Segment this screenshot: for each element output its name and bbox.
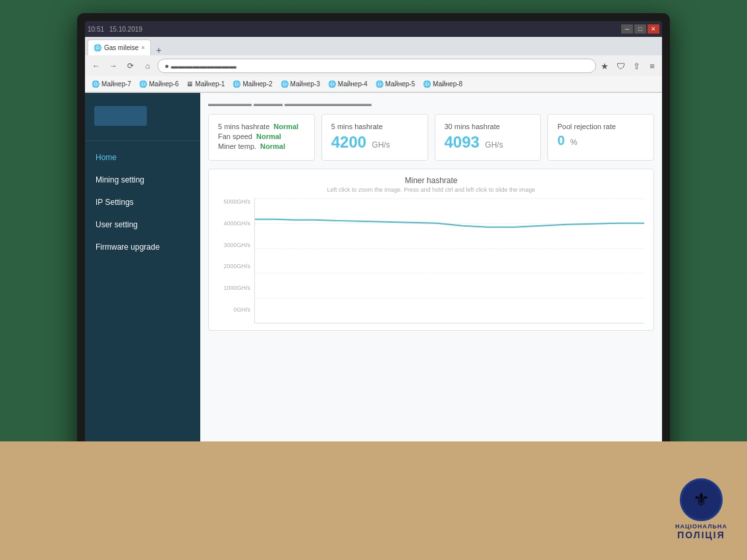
bookmark-label-7: Майнер-7 <box>101 80 131 88</box>
yaxis-1000: 1000GH/s <box>223 285 250 291</box>
stat-pool-unit: % <box>570 138 578 147</box>
titlebar-controls: ─ □ ✕ <box>621 24 659 34</box>
bookmark-icon-6: 🌐 <box>139 80 147 88</box>
browser-tab-active[interactable]: 🌐 Gas mileise × <box>88 40 151 55</box>
sidebar-item-user[interactable]: User setting <box>85 213 200 236</box>
refresh-button[interactable]: ⟳ <box>123 59 138 73</box>
minimize-button[interactable]: ─ <box>621 24 633 34</box>
bookmark-label-8: Майнер-8 <box>433 80 462 88</box>
police-badge-container: ⚜ НАЦІОНАЛЬНА ПОЛІЦІЯ <box>675 478 727 540</box>
stat-30min-unit: GH/s <box>485 140 503 150</box>
bookmark-icon-5: 🌐 <box>375 80 383 88</box>
chart-yaxis: 5000GH/s 4000GH/s 3000GH/s 2000GH/s 1000… <box>218 198 254 323</box>
bookmark-icon-2: 🌐 <box>233 80 240 88</box>
main-panel: ▬▬▬▬▬▬ ▬▬▬▬ ▬▬▬▬▬▬▬▬▬▬▬▬ 5 mins hashrate… <box>200 93 662 466</box>
yaxis-2000: 2000GH/s <box>223 263 250 269</box>
bookmarks-bar: 🌐 Майнер-7 🌐 Майнер-6 🖥 Майнер-1 🌐 <box>85 76 662 92</box>
page-header: ▬▬▬▬▬▬ ▬▬▬▬ ▬▬▬▬▬▬▬▬▬▬▬▬ <box>208 99 654 107</box>
bookmark-label-1: Майнер-1 <box>195 80 225 88</box>
stat-5min-value-row: 4200 GH/s <box>331 133 418 152</box>
stat-pool-value-row: 0 % <box>557 133 644 148</box>
shield-icon[interactable]: 🛡 <box>615 60 626 72</box>
badge-emblem: ⚜ <box>680 478 723 521</box>
tab-title: Gas mileise <box>104 44 138 51</box>
miner-temp-row: Miner temp. Normal <box>218 142 305 150</box>
sidebar-item-ip[interactable]: IP Settings <box>85 191 200 213</box>
content-area: Home Mining setting IP Settings User set… <box>85 93 662 466</box>
menu-icon[interactable]: ≡ <box>646 60 658 72</box>
bookmark-miner1[interactable]: 🖥 Майнер-1 <box>184 80 227 88</box>
bookmark-miner8[interactable]: 🌐 Майнер-8 <box>420 80 465 88</box>
bookmark-miner6[interactable]: 🌐 Майнер-6 <box>136 80 181 88</box>
yaxis-4000: 4000GH/s <box>223 220 250 227</box>
chart-container[interactable]: 5000GH/s 4000GH/s 3000GH/s 2000GH/s 1000… <box>218 198 644 323</box>
titlebar-date: 15.10.2019 <box>109 26 142 33</box>
miner-temp-value: Normal <box>260 142 285 150</box>
sidebar-label-firmware: Firmware upgrade <box>96 242 159 252</box>
fan-speed-value: Normal <box>256 132 281 140</box>
monitor: 10:51 15.10.2019 ─ □ ✕ 🌐 G <box>77 13 670 488</box>
browser-tabs: 🌐 Gas mileise × + <box>85 37 662 55</box>
bookmark-miner2[interactable]: 🌐 Майнер-2 <box>230 80 275 88</box>
sidebar-item-home[interactable]: Home <box>85 146 200 169</box>
yaxis-0: 0GH/s <box>233 306 250 313</box>
sidebar: Home Mining setting IP Settings User set… <box>85 93 200 466</box>
address-bar[interactable]: ● ▬▬▬▬▬▬▬▬▬ <box>157 59 596 73</box>
home-button[interactable]: ⌂ <box>140 59 155 73</box>
miner-temp-label: Miner temp. <box>218 142 256 150</box>
hashrate-status-label: 5 mins hashrate <box>218 123 269 130</box>
titlebar-left: 10:51 15.10.2019 <box>88 26 142 33</box>
badge-line2: ПОЛІЦІЯ <box>677 530 725 540</box>
chart-xaxis <box>255 312 644 323</box>
sidebar-logo <box>85 101 200 141</box>
tab-favicon: 🌐 <box>94 44 101 51</box>
stat-card-5min: 5 mins hashrate 4200 GH/s <box>321 114 428 161</box>
bookmark-label-5: Майнер-5 <box>385 80 415 88</box>
toolbar-icons: ★ 🛡 ⇧ ≡ <box>599 60 658 72</box>
yaxis-3000: 3000GH/s <box>223 242 250 248</box>
close-button[interactable]: ✕ <box>648 24 659 34</box>
bookmark-icon-4: 🌐 <box>328 80 336 88</box>
maximize-button[interactable]: □ <box>634 24 646 34</box>
fan-speed-label: Fan speed <box>218 132 252 140</box>
monitor-screen: 10:51 15.10.2019 ─ □ ✕ 🌐 G <box>85 21 662 488</box>
bookmark-icon-1: 🖥 <box>186 80 193 88</box>
stat-pool-title: Pool rejection rate <box>557 123 644 130</box>
star-icon[interactable]: ★ <box>599 60 611 72</box>
stat-30min-value-row: 4093 GH/s <box>445 133 532 152</box>
hashrate-line <box>255 219 644 227</box>
chart-title: Miner hashrate <box>218 176 644 185</box>
desk-surface <box>0 441 747 560</box>
bookmark-miner7[interactable]: 🌐 Майнер-7 <box>89 80 134 88</box>
chart-subtitle: Left click to zoom the image. Press and … <box>218 186 644 193</box>
share-icon[interactable]: ⇧ <box>630 60 642 72</box>
stat-30min-value: 4093 <box>445 133 480 151</box>
fan-speed-row: Fan speed Normal <box>218 132 305 140</box>
forward-button[interactable]: → <box>106 59 121 73</box>
hashrate-status-row: 5 mins hashrate Normal <box>218 123 305 130</box>
window-titlebar: 10:51 15.10.2019 ─ □ ✕ <box>85 21 662 37</box>
bookmark-icon-7: 🌐 <box>92 80 99 88</box>
bookmark-label-2: Майнер-2 <box>242 80 272 88</box>
hashrate-status-value: Normal <box>273 123 298 130</box>
yaxis-5000: 5000GH/s <box>223 198 250 205</box>
sidebar-item-firmware[interactable]: Firmware upgrade <box>85 236 200 258</box>
sidebar-item-mining[interactable]: Mining setting <box>85 169 200 191</box>
bookmark-icon-8: 🌐 <box>423 80 431 88</box>
bookmark-miner3[interactable]: 🌐 Майнер-3 <box>278 80 323 88</box>
bookmark-miner5[interactable]: 🌐 Майнер-5 <box>373 80 418 88</box>
bookmark-label-6: Майнер-6 <box>149 80 179 88</box>
windows-screen: 10:51 15.10.2019 ─ □ ✕ 🌐 G <box>85 21 662 488</box>
badge-line1: НАЦІОНАЛЬНА <box>675 523 727 530</box>
bookmark-miner4[interactable]: 🌐 Майнер-4 <box>325 80 370 88</box>
new-tab-button[interactable]: + <box>152 45 165 55</box>
stat-5min-unit: GH/s <box>372 140 390 150</box>
chart-svg <box>255 198 644 312</box>
stats-row: 5 mins hashrate Normal Fan speed Normal … <box>208 114 654 161</box>
back-button[interactable]: ← <box>89 59 103 73</box>
browser-chrome: 🌐 Gas mileise × + ← → ⟳ ⌂ ● ▬▬▬▬▬▬▬▬▬ <box>85 37 662 93</box>
stat-card-30min: 30 mins hashrate 4093 GH/s <box>435 114 541 161</box>
tab-close-button[interactable]: × <box>141 44 145 51</box>
browser-toolbar: ← → ⟳ ⌂ ● ▬▬▬▬▬▬▬▬▬ ★ 🛡 ⇧ ≡ <box>85 55 662 76</box>
sidebar-label-user: User setting <box>96 220 138 229</box>
